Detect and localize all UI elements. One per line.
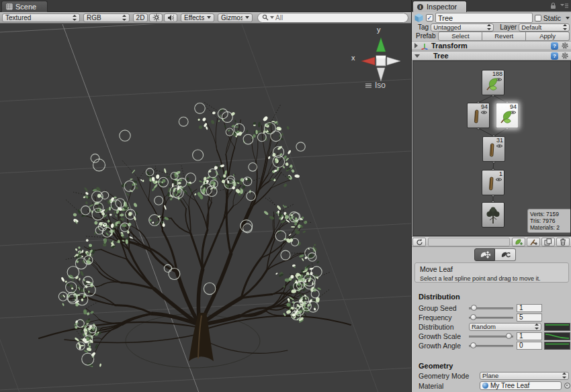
tree-node-graph[interactable]: 188 94 <box>412 60 571 236</box>
y-axis-cone <box>376 38 386 52</box>
prefab-apply-button[interactable]: Apply <box>526 32 570 41</box>
layer-dropdown[interactable]: Default <box>519 23 570 32</box>
frequency-value[interactable]: 5 <box>517 313 542 322</box>
group-seed-value[interactable]: 1 <box>517 304 542 312</box>
scene-viewport[interactable]: y x Iso <box>0 24 411 392</box>
slider-knob[interactable] <box>471 305 477 311</box>
static-caret-icon[interactable] <box>566 17 570 19</box>
static-checkbox[interactable] <box>535 15 541 21</box>
branch-group-node[interactable]: 94 <box>467 103 490 128</box>
scene-tabstrip: Scene <box>0 0 411 12</box>
gear-icon[interactable] <box>561 42 569 50</box>
help-icon[interactable]: ? <box>551 52 558 60</box>
material-object-field[interactable]: My Tree Leaf <box>480 381 562 390</box>
branch-group-node[interactable]: 1 <box>482 170 504 195</box>
caret-down-icon <box>207 16 211 19</box>
leaf-group-node[interactable]: 188 <box>482 70 504 95</box>
active-checkbox[interactable]: ✓ <box>426 14 433 21</box>
updown-arrows-icon <box>562 373 566 379</box>
add-leaf-icon <box>515 238 523 246</box>
gear-icon[interactable] <box>561 52 569 60</box>
transform-component-header[interactable]: Transform ? <box>412 41 571 50</box>
projection-label: Iso <box>375 81 386 90</box>
growth-angle-curve-preview[interactable] <box>544 342 570 350</box>
unity-editor-window: Scene Textured RGB 2D <box>0 0 571 392</box>
add-branch-group-button[interactable] <box>527 238 540 246</box>
lock-icon[interactable] <box>550 2 556 9</box>
move-leaf-tool-button[interactable] <box>474 248 495 261</box>
group-seed-slider[interactable] <box>469 303 513 312</box>
growth-scale-curve-preview[interactable] <box>544 332 570 340</box>
graph-toolbar-field <box>428 238 510 246</box>
scene-canvas[interactable] <box>0 24 411 392</box>
orientation-gizmo[interactable]: y x Iso <box>353 27 409 94</box>
tool-help-description: Select a leaf spline point and drag to m… <box>420 275 564 282</box>
inspector-icon: i <box>416 3 424 11</box>
scene-search-input[interactable]: All <box>257 13 408 23</box>
prefab-label: Prefab <box>416 32 435 40</box>
tree-thumbnail-icon <box>484 205 502 226</box>
frequency-slider[interactable] <box>469 313 513 322</box>
effects-dropdown[interactable]: Effects <box>181 13 214 22</box>
duplicate-node-button[interactable] <box>541 238 555 246</box>
distribution-section-header: Distribution <box>419 293 460 301</box>
leaf-group-node-selected[interactable]: 94 <box>496 103 519 128</box>
prefab-select-button[interactable]: Select <box>438 32 482 41</box>
tree-component-header[interactable]: Tree ? <box>412 51 571 60</box>
render-channel-dropdown[interactable]: RGB <box>83 13 130 22</box>
growth-angle-slider[interactable] <box>469 341 513 350</box>
inspector-panel: i Inspector ✓ <box>411 0 571 392</box>
updown-arrows-icon <box>72 15 77 21</box>
leaf-icon <box>484 75 500 93</box>
foldout-arrow-icon[interactable] <box>414 43 418 48</box>
tag-dropdown[interactable]: Untagged <box>431 23 494 32</box>
growth-scale-slider[interactable] <box>469 332 513 340</box>
slider-knob[interactable] <box>470 342 476 348</box>
prefab-revert-button[interactable]: Revert <box>482 32 526 41</box>
slider-knob[interactable] <box>470 314 476 320</box>
branch-group-node[interactable]: 31 <box>482 136 505 162</box>
growth-angle-row: Growth Angle 0 <box>412 341 571 350</box>
growth-scale-value[interactable]: 1 <box>517 332 542 340</box>
distribution-dropdown[interactable]: Random <box>469 323 541 331</box>
gameobject-header: ✓ Tree Static <box>412 13 571 23</box>
geometry-mode-dropdown[interactable]: Plane <box>480 372 569 380</box>
context-menu-icon[interactable] <box>560 3 568 9</box>
shading-mode-dropdown[interactable]: Textured <box>2 13 80 22</box>
inspector-tabstrip: i Inspector <box>412 0 571 12</box>
lighting-toggle-button[interactable] <box>149 13 163 22</box>
static-group[interactable]: Static <box>535 14 570 22</box>
refresh-button[interactable] <box>412 238 426 246</box>
foldout-arrow-icon[interactable] <box>414 54 420 58</box>
tree-root-node[interactable] <box>482 202 504 228</box>
object-picker-icon[interactable] <box>564 383 570 389</box>
2d-toggle-button[interactable]: 2D <box>133 13 148 22</box>
gizmos-dropdown[interactable]: Gizmos <box>218 13 253 22</box>
help-icon[interactable]: ? <box>551 42 558 50</box>
geometry-mode-row: Geometry Mode Plane <box>412 371 571 380</box>
tab-scene[interactable]: Scene <box>1 1 48 12</box>
group-seed-row: Group Seed 1 <box>412 303 571 312</box>
slider-knob[interactable] <box>506 333 512 339</box>
growth-scale-row: Growth Scale 1 <box>412 332 571 340</box>
rotate-leaf-tool-button[interactable] <box>495 248 516 261</box>
distribution-curve-preview[interactable] <box>544 323 570 331</box>
updown-arrows-icon <box>562 24 567 30</box>
caret-down-icon <box>245 16 249 19</box>
growth-angle-value[interactable]: 0 <box>517 342 542 350</box>
gameobject-name-field[interactable]: Tree <box>435 13 533 23</box>
delete-node-button[interactable] <box>556 238 570 246</box>
sun-icon <box>152 13 159 21</box>
audio-toggle-button[interactable] <box>164 13 177 22</box>
branch-icon <box>484 142 500 159</box>
tab-inspector[interactable]: i Inspector <box>412 1 467 12</box>
material-row: Material My Tree Leaf <box>412 381 571 390</box>
scene-toolbar: Textured RGB 2D <box>0 12 411 23</box>
updown-arrows-icon <box>122 15 126 21</box>
trash-icon <box>560 238 566 246</box>
updown-arrows-icon <box>486 24 491 30</box>
projection-toggle[interactable]: Iso <box>365 81 386 90</box>
leaf-icon <box>498 108 514 126</box>
add-leaf-group-button[interactable] <box>512 238 525 246</box>
move-leaf-icon <box>479 250 490 259</box>
